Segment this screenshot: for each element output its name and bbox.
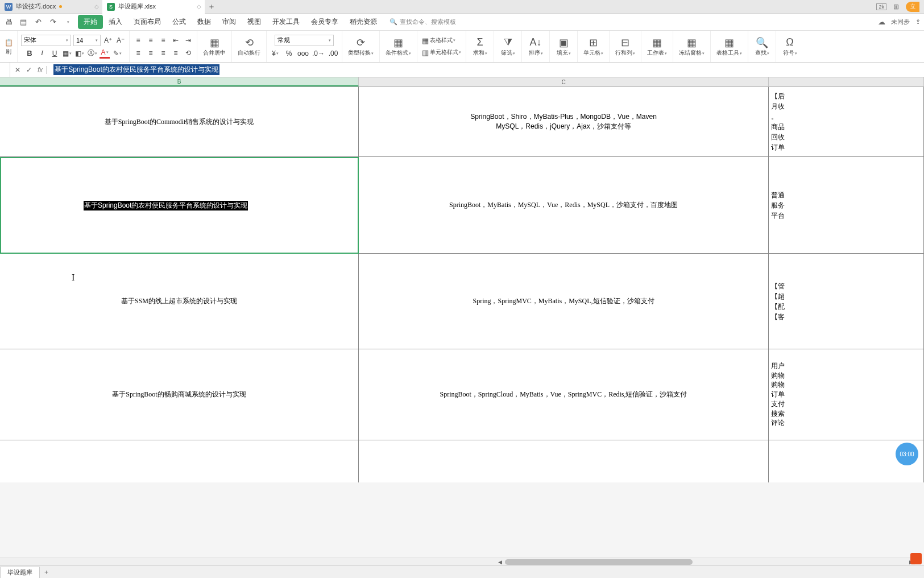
menu-insert[interactable]: 插入	[103, 15, 128, 29]
doc-tab-word[interactable]: W 毕设技巧.docx ◇	[0, 0, 102, 14]
cell-b-row2-editing[interactable]: 基于SpringBoot的农村便民服务平台系统的设计与实现	[0, 157, 359, 254]
font-shrink-button[interactable]: A⁻	[115, 35, 126, 46]
formula-input[interactable]: 基于SpringBoot的农村便民服务平台系统的设计与实现	[51, 64, 924, 76]
sync-icon[interactable]: ☁	[878, 18, 885, 26]
merge-button[interactable]: ▦ 合并居中	[201, 35, 228, 58]
sort-button[interactable]: A↓排序▾	[525, 35, 546, 58]
menu-layout[interactable]: 页面布局	[128, 15, 167, 29]
col-header-b[interactable]: B	[0, 77, 359, 86]
cell-b-row1[interactable]: 基于SpringBoot的Commodit销售系统的设计与实现	[0, 87, 359, 157]
cell-b-row3[interactable]: 基于SSM的线上超市系统的设计与实现	[0, 254, 359, 349]
menu-member[interactable]: 会员专享	[305, 15, 344, 29]
fx-icon[interactable]: fx	[38, 66, 47, 74]
bold-button[interactable]: B	[24, 48, 35, 59]
percent-button[interactable]: %	[284, 48, 294, 59]
tabletool-button[interactable]: ▦表格工具▾	[714, 35, 744, 58]
print-button[interactable]: 🖶	[3, 18, 14, 26]
share-icon[interactable]: ⇪	[915, 18, 921, 26]
cell-c-row2[interactable]: SpringBoot，MyBatis，MySQL，Vue，Redis，MySQL…	[359, 157, 769, 254]
decimal-inc-button[interactable]: .0→	[312, 48, 325, 59]
rowcol-button[interactable]: ⊟行和列▾	[613, 35, 637, 58]
new-tab-button[interactable]: ＋	[205, 0, 218, 14]
menu-data[interactable]: 数据	[192, 15, 217, 29]
scrollbar-thumb[interactable]	[505, 559, 693, 565]
cell-c-row3[interactable]: Spring，SpringMVC，MyBatis，MySQL,短信验证，沙箱支付	[359, 254, 769, 349]
indent-inc-button[interactable]: ⇥	[183, 35, 193, 46]
font-size-select[interactable]: 14▾	[73, 35, 101, 46]
cell-b-row4[interactable]: 基于SpringBoot的畅购商城系统的设计与实现	[0, 349, 359, 440]
align-middle-button[interactable]: ≡	[146, 35, 156, 46]
badge-2k-icon[interactable]: 2k	[876, 3, 886, 10]
apps-grid-icon[interactable]: ⊞	[893, 3, 899, 11]
paste-icon[interactable]: 📋	[3, 38, 14, 48]
menu-formula[interactable]: 公式	[167, 15, 192, 29]
cell-style-button[interactable]: ▥单元格样式▾	[421, 48, 462, 57]
cond-format-button[interactable]: ▦ 条件格式▾	[383, 35, 413, 58]
find-button[interactable]: 🔍查找▾	[752, 35, 772, 58]
menu-view[interactable]: 视图	[242, 15, 267, 29]
scroll-left-button[interactable]: ◀	[496, 558, 504, 566]
orientation-button[interactable]: ⟲	[183, 48, 193, 58]
user-avatar-button[interactable]: 立	[906, 2, 919, 12]
spreadsheet-grid[interactable]: 基于SpringBoot的Commodit销售系统的设计与实现 SpringBo…	[0, 87, 924, 482]
align-justify-button[interactable]: ≡	[171, 48, 181, 58]
freeze-button[interactable]: ▦冻结窗格▾	[677, 35, 707, 58]
border-button[interactable]: ▦▾	[62, 48, 72, 59]
comma-button[interactable]: ooo	[297, 48, 309, 59]
font-color-button[interactable]: A▾	[100, 48, 110, 59]
cell-button[interactable]: ⊞单元格▾	[581, 35, 606, 58]
cell-d-row1[interactable]: 【后 月收 。 商品 回收 订单	[769, 87, 924, 157]
horizontal-scrollbar[interactable]: ◀ ▶	[0, 558, 915, 565]
cell-d-row2[interactable]: 普通 服务 平台	[769, 157, 924, 254]
italic-button[interactable]: I	[37, 48, 47, 59]
col-header-d[interactable]	[769, 77, 924, 86]
name-box[interactable]	[0, 63, 10, 77]
menu-dev[interactable]: 开发工具	[267, 15, 305, 29]
redo-button[interactable]: ↷	[48, 18, 58, 26]
type-convert-button[interactable]: ⟳ 类型转换▾	[346, 35, 376, 58]
cell-d-row4[interactable]: 用户 购物 购物 订单 支付 搜索 评论	[769, 349, 924, 440]
font-effects-button[interactable]: Ⓐ▾	[87, 48, 97, 59]
qat-more-icon[interactable]: ▾	[63, 20, 73, 24]
wrap-button[interactable]: ⟲ 自动换行	[235, 35, 263, 58]
tab-menu-icon[interactable]: ◇	[94, 3, 99, 10]
fill-button[interactable]: ▣填充▾	[553, 35, 574, 58]
font-grow-button[interactable]: A⁺	[103, 35, 113, 46]
font-name-select[interactable]: 宋体▾	[21, 35, 71, 46]
undo-button[interactable]: ↶	[33, 18, 43, 26]
worksheet-button[interactable]: ▦工作表▾	[645, 35, 669, 58]
cell-c-row4[interactable]: SpringBoot，SpringCloud，MyBatis，Vue，Sprin…	[359, 349, 769, 440]
cancel-edit-button[interactable]: ✕	[15, 66, 20, 74]
menu-start[interactable]: 开始	[78, 15, 103, 29]
clear-format-button[interactable]: ✎▾	[112, 48, 122, 59]
align-right-button[interactable]: ≡	[158, 48, 168, 58]
align-left-button[interactable]: ≡	[133, 48, 143, 58]
confirm-edit-button[interactable]: ✓	[26, 66, 32, 74]
tab-menu-icon[interactable]: ◇	[197, 3, 201, 10]
doc-tab-excel[interactable]: S 毕设题库.xlsx ◇	[102, 0, 205, 14]
indent-dec-button[interactable]: ⇤	[171, 35, 181, 46]
cell-c-row5[interactable]	[359, 440, 769, 482]
cell-c-row1[interactable]: SpringBoot，Shiro，MyBatis-Plus，MongoDB，Vu…	[359, 87, 769, 157]
cell-b-row5[interactable]	[0, 440, 359, 482]
underline-button[interactable]: U	[49, 48, 60, 59]
align-bottom-button[interactable]: ≡	[158, 35, 168, 46]
cell-d-row3[interactable]: 【管 【超 【配 【客	[769, 254, 924, 349]
command-search[interactable]: 🔍 查找命令、搜索模板	[390, 18, 456, 26]
align-center-button[interactable]: ≡	[146, 48, 156, 58]
fill-color-button[interactable]: ◧▾	[74, 48, 85, 59]
decimal-dec-button[interactable]: .00	[328, 48, 338, 59]
currency-button[interactable]: ¥▾	[270, 48, 280, 59]
table-style-button[interactable]: ▦表格样式▾	[421, 36, 457, 46]
add-sheet-button[interactable]: ＋	[40, 568, 52, 576]
sheet-tab[interactable]: 毕设题库	[0, 567, 40, 578]
save-button[interactable]: ▤	[18, 18, 28, 26]
sum-button[interactable]: Σ求和▾	[470, 35, 490, 58]
timer-badge[interactable]: 03:00	[896, 443, 918, 465]
number-format-select[interactable]: 常规▾	[275, 35, 334, 46]
menu-review[interactable]: 审阅	[217, 15, 242, 29]
menu-resources[interactable]: 稻壳资源	[344, 15, 383, 29]
symbol-button[interactable]: Ω符号▾	[780, 35, 800, 58]
filter-button[interactable]: ⧩筛选▾	[498, 35, 518, 58]
col-header-c[interactable]: C	[359, 77, 769, 86]
